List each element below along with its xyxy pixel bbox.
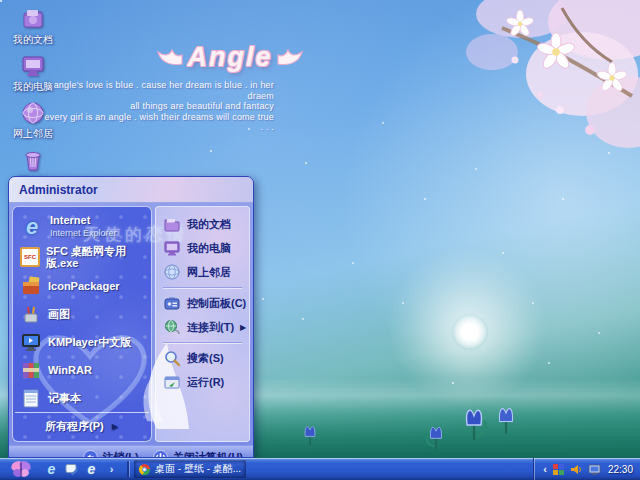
start-menu-user-name: Administrator — [19, 183, 98, 197]
my-documents-icon — [163, 215, 181, 233]
start-button[interactable] — [0, 458, 42, 480]
start-menu-footer: 注销(L) 关闭计算机(U) — [9, 445, 253, 458]
menu-item-label: Internet — [50, 214, 90, 226]
kmplayer-icon — [20, 331, 42, 353]
log-off-button[interactable]: 注销(L) — [83, 450, 139, 458]
angel-wing-left-icon — [157, 49, 183, 67]
power-icon — [153, 450, 168, 458]
taskbar: e e › 桌面 - 壁纸 - 桌酷... ‹ — [0, 458, 640, 480]
menu-item-network-places[interactable]: 网上邻居 — [159, 260, 246, 284]
sfc-program-icon: SFC — [20, 247, 40, 267]
angle-logo-text: Angle — [187, 42, 272, 73]
desktop-icon-network-places[interactable]: 网上邻居 — [4, 98, 62, 144]
log-off-label: 注销(L) — [103, 450, 139, 458]
my-documents-icon — [20, 4, 46, 32]
browser-icon: e — [88, 463, 96, 476]
submenu-arrow-icon: ▶ — [240, 323, 246, 332]
desktop-icon-my-computer[interactable]: 我的电脑 — [4, 51, 62, 97]
taskbar-divider — [127, 461, 129, 477]
all-programs-label: 所有程序(P) — [45, 419, 104, 434]
desktop-icon-my-documents[interactable]: 我的文档 — [4, 4, 62, 50]
turn-off-label: 关闭计算机(U) — [173, 450, 243, 458]
my-computer-icon — [20, 51, 46, 79]
internet-explorer-icon: e — [48, 463, 56, 476]
start-menu-body: 天使的恋情 e Internet Internet Explorer — [9, 203, 253, 445]
start-menu-right-panel: 我的文档 我的电脑 — [155, 206, 250, 442]
menu-item-sublabel: Internet Explorer — [50, 228, 117, 238]
task-button-label: 桌面 - 壁纸 - 桌酷... — [155, 462, 241, 476]
menu-item-paint[interactable]: 画图 — [15, 300, 149, 328]
menu-item-control-panel[interactable]: 控制面板(C) — [159, 291, 246, 315]
menu-item-kmplayer[interactable]: KMPlayer中文版 — [15, 328, 149, 356]
wallpaper-tagline: angle's love is blue . cause her dream i… — [40, 80, 274, 133]
start-menu-left-panel: e Internet Internet Explorer SFC SFC 桌酷网… — [12, 206, 152, 442]
display-icon[interactable] — [588, 463, 601, 476]
log-off-icon — [83, 450, 98, 458]
menu-item-connect-to[interactable]: 连接到(T) ▶ — [159, 315, 246, 339]
quick-launch-bar: e e › — [42, 462, 125, 477]
start-menu: Administrator 天使的恋情 e Internet Inter — [8, 176, 254, 458]
menu-item-sfc-program[interactable]: SFC SFC 桌酷网专用版.exe — [15, 242, 149, 272]
menu-item-label: 我的文档 — [187, 217, 231, 232]
desktop-icon-label: 我的电脑 — [13, 80, 53, 94]
desktop: Angle angle's love is blue . cause her d… — [0, 0, 640, 480]
menu-item-label: 控制面板(C) — [187, 296, 246, 311]
menu-item-internet[interactable]: e Internet Internet Explorer — [15, 211, 149, 242]
wallpaper-moon-glow — [452, 314, 488, 350]
my-computer-icon — [163, 239, 181, 257]
menu-item-label: KMPlayer中文版 — [48, 336, 131, 348]
menu-item-label: WinRAR — [48, 364, 92, 376]
butterfly-start-icon — [8, 459, 34, 479]
tagline-line: angle's love is blue . cause her dream i… — [40, 80, 274, 101]
task-button-desktop-wallpaper[interactable]: 桌面 - 壁纸 - 桌酷... — [134, 460, 246, 478]
collapse-chevron-icon[interactable]: ‹ — [543, 464, 547, 474]
expand-chevron-icon: › — [110, 463, 114, 475]
menu-separator — [163, 287, 242, 288]
quick-launch-show-desktop[interactable] — [64, 462, 79, 477]
menu-item-label: 搜索(S) — [187, 351, 224, 366]
menu-item-label: 连接到(T) — [187, 320, 234, 335]
menu-item-winrar[interactable]: WinRAR — [15, 356, 149, 384]
desktop-icon-label: 我的文档 — [13, 33, 53, 47]
connect-to-icon — [163, 318, 181, 336]
internet-explorer-icon: e — [20, 215, 44, 239]
turn-off-computer-button[interactable]: 关闭计算机(U) — [153, 450, 243, 458]
quick-launch-expand-chevron[interactable]: › — [104, 462, 119, 477]
tagline-line: all things are beautiful and fantacy — [40, 101, 274, 112]
menu-separator — [163, 342, 242, 343]
recycle-bin-icon — [20, 145, 46, 173]
quick-launch-browser[interactable]: e — [84, 462, 99, 477]
menu-item-label: IconPackager — [48, 280, 120, 292]
menu-item-label: SFC 桌酷网专用版.exe — [46, 245, 144, 269]
menu-item-search[interactable]: 搜索(S) — [159, 346, 246, 370]
system-tray: ‹ 22:30 — [533, 458, 640, 480]
menu-item-my-documents[interactable]: 我的文档 — [159, 212, 246, 236]
show-desktop-icon — [65, 462, 79, 476]
wallpaper-angle-logo: Angle — [150, 42, 310, 73]
cherry-blossoms-decoration — [460, 0, 640, 150]
network-places-icon — [20, 98, 46, 126]
menu-item-notepad[interactable]: 记事本 — [15, 384, 149, 412]
wallpaper-sparkles — [0, 0, 2, 2]
all-programs-button[interactable]: 所有程序(P) ▶ — [15, 412, 149, 439]
winrar-icon — [20, 359, 42, 381]
menu-item-label: 网上邻居 — [187, 265, 231, 280]
volume-icon[interactable] — [570, 463, 583, 476]
app-grid-icon[interactable] — [552, 463, 565, 476]
menu-item-label: 我的电脑 — [187, 241, 231, 256]
menu-item-iconpackager[interactable]: IconPackager — [15, 272, 149, 300]
menu-item-run[interactable]: 运行(R) — [159, 370, 246, 394]
run-icon — [163, 373, 181, 391]
angel-wing-right-icon — [277, 49, 303, 67]
menu-item-my-computer[interactable]: 我的电脑 — [159, 236, 246, 260]
quick-launch-internet-explorer[interactable]: e — [44, 462, 59, 477]
menu-item-label: 画图 — [48, 308, 70, 320]
start-menu-header: Administrator — [9, 177, 253, 203]
iconpackager-icon — [20, 275, 42, 297]
paint-icon — [20, 303, 42, 325]
browser-pinwheel-icon — [139, 464, 150, 475]
submenu-arrow-icon: ▶ — [112, 422, 118, 431]
search-icon — [163, 349, 181, 367]
tagline-line: every girl is an angle . wish their drea… — [40, 112, 274, 133]
taskbar-clock[interactable]: 22:30 — [608, 464, 633, 475]
